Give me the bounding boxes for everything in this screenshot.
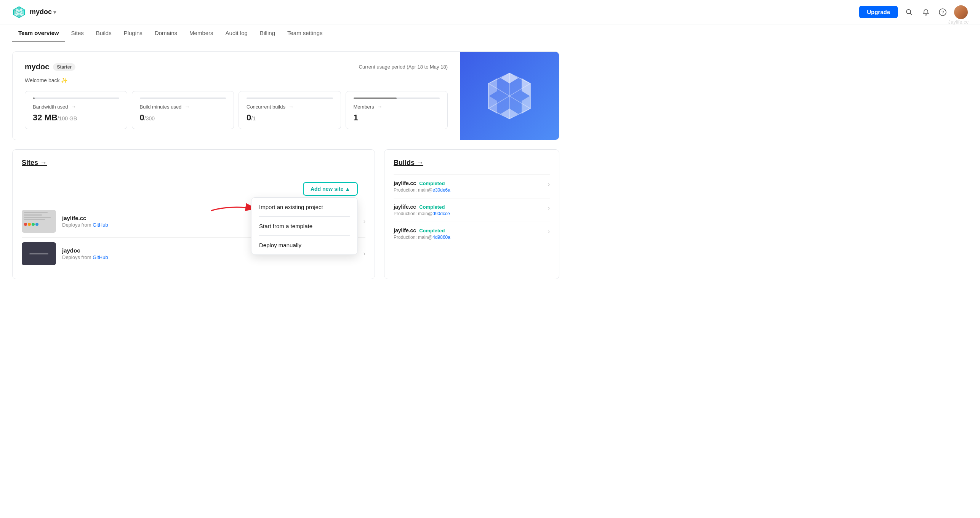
logo-area[interactable]: mydoc ▾ bbox=[12, 5, 56, 19]
build-info-1: jaylife.cc Completed Production: main@e3… bbox=[394, 180, 450, 193]
notification-icon[interactable] bbox=[921, 7, 931, 18]
concurrent-builds-label: Concurrent builds → bbox=[247, 104, 333, 110]
members-bar bbox=[354, 98, 440, 99]
build-item-2[interactable]: jaylife.cc Completed Production: main@d9… bbox=[394, 198, 550, 222]
search-icon[interactable] bbox=[904, 7, 914, 18]
stat-concurrent-builds[interactable]: Concurrent builds → 0/1 bbox=[239, 91, 341, 129]
stat-bandwidth[interactable]: Bandwidth used → 32 MB/100 GB bbox=[25, 91, 127, 129]
team-title-row: mydoc Starter Current usage period (Apr … bbox=[25, 62, 448, 71]
header-actions: Upgrade ? bbox=[859, 5, 968, 19]
bandwidth-arrow-icon: → bbox=[71, 104, 77, 110]
banner-logo bbox=[485, 71, 534, 121]
build-commit-3[interactable]: 4d9860a bbox=[432, 235, 450, 240]
build-status-2: Completed bbox=[419, 204, 445, 210]
members-arrow-icon: → bbox=[377, 104, 383, 110]
build-minutes-bar bbox=[140, 98, 226, 99]
bandwidth-label: Bandwidth used → bbox=[33, 104, 119, 110]
build-site-3: jaylife.cc Completed bbox=[394, 227, 450, 233]
bottom-row: Sites → Add new site ▲ Import an existin… bbox=[12, 149, 559, 279]
builds-section: Builds → jaylife.cc Completed Production… bbox=[384, 149, 559, 279]
brand-name[interactable]: mydoc ▾ bbox=[30, 8, 56, 16]
nav-team-overview[interactable]: Team overview bbox=[12, 24, 65, 42]
build-chevron-1: › bbox=[548, 181, 550, 188]
stat-members[interactable]: Members → 1 bbox=[346, 91, 448, 129]
watermark: Jaylife.cc bbox=[948, 19, 969, 25]
svg-text:?: ? bbox=[942, 10, 944, 15]
svg-line-10 bbox=[910, 13, 912, 15]
build-minutes-arrow-icon: → bbox=[184, 104, 190, 110]
build-minutes-value: 0/300 bbox=[140, 113, 226, 123]
site-name-jaylife: jaylife.cc bbox=[62, 215, 108, 221]
build-site-1: jaylife.cc Completed bbox=[394, 180, 450, 186]
site-thumbnail-jaydoc bbox=[22, 242, 56, 265]
build-commit-2[interactable]: d90dcce bbox=[432, 211, 450, 216]
build-status-3: Completed bbox=[419, 228, 445, 233]
sites-section: Sites → Add new site ▲ Import an existin… bbox=[12, 149, 375, 279]
header: mydoc ▾ Upgrade ? bbox=[0, 0, 980, 24]
site-desc-jaydoc: Deploys from GitHub bbox=[62, 254, 108, 260]
concurrent-builds-arrow-icon: → bbox=[288, 104, 294, 110]
help-icon[interactable]: ? bbox=[937, 7, 948, 18]
build-detail-1: Production: main@e30de6a bbox=[394, 187, 450, 193]
build-item-3[interactable]: jaylife.cc Completed Production: main@4d… bbox=[394, 222, 550, 245]
site-chevron-jaylife: › bbox=[363, 218, 365, 225]
upgrade-button[interactable]: Upgrade bbox=[859, 6, 898, 18]
build-detail-3: Production: main@4d9860a bbox=[394, 235, 450, 240]
concurrent-builds-value: 0/1 bbox=[247, 113, 333, 123]
build-detail-2: Production: main@d90dcce bbox=[394, 211, 450, 216]
welcome-text: Welcome back ✨ bbox=[25, 77, 448, 83]
site-github-link-jaylife[interactable]: GitHub bbox=[93, 222, 108, 228]
site-name-jaydoc: jaydoc bbox=[62, 247, 108, 254]
stats-row: Bandwidth used → 32 MB/100 GB Build minu… bbox=[25, 91, 448, 129]
build-info-3: jaylife.cc Completed Production: main@4d… bbox=[394, 227, 450, 240]
nav-sites[interactable]: Sites bbox=[65, 24, 90, 42]
builds-list: jaylife.cc Completed Production: main@e3… bbox=[394, 174, 550, 245]
build-info-2: jaylife.cc Completed Production: main@d9… bbox=[394, 204, 450, 216]
concurrent-builds-bar bbox=[247, 98, 333, 99]
nav-audit-log[interactable]: Audit log bbox=[219, 24, 254, 42]
team-overview-card: mydoc Starter Current usage period (Apr … bbox=[12, 51, 559, 140]
main-nav: Team overview Sites Builds Plugins Domai… bbox=[0, 24, 980, 42]
build-minutes-label: Build minutes used → bbox=[140, 104, 226, 110]
sites-title[interactable]: Sites → bbox=[22, 159, 365, 167]
nav-team-settings[interactable]: Team settings bbox=[281, 24, 329, 42]
site-github-link-jaydoc[interactable]: GitHub bbox=[93, 254, 108, 260]
build-status-1: Completed bbox=[419, 181, 445, 186]
stat-build-minutes[interactable]: Build minutes used → 0/300 bbox=[132, 91, 234, 129]
site-chevron-jaydoc: › bbox=[363, 250, 365, 257]
main-content: mydoc Starter Current usage period (Apr … bbox=[0, 42, 572, 288]
site-desc-jaylife: Deploys from GitHub bbox=[62, 222, 108, 228]
bandwidth-bar bbox=[33, 98, 119, 99]
dropdown-deploy-manually[interactable]: Deploy manually bbox=[251, 236, 357, 254]
site-thumbnail-jaylife bbox=[22, 210, 56, 233]
build-chevron-2: › bbox=[548, 205, 550, 211]
build-chevron-3: › bbox=[548, 228, 550, 235]
bandwidth-value: 32 MB/100 GB bbox=[33, 113, 119, 123]
logo-icon bbox=[12, 5, 26, 19]
build-commit-1[interactable]: e30de6a bbox=[432, 187, 450, 193]
members-value: 1 bbox=[354, 113, 440, 123]
team-name: mydoc Starter bbox=[25, 62, 75, 71]
members-label: Members → bbox=[354, 104, 440, 110]
avatar[interactable] bbox=[954, 5, 968, 19]
nav-domains[interactable]: Domains bbox=[149, 24, 183, 42]
team-card-content: mydoc Starter Current usage period (Apr … bbox=[13, 52, 460, 140]
nav-members[interactable]: Members bbox=[183, 24, 219, 42]
add-site-button[interactable]: Add new site ▲ bbox=[303, 182, 358, 196]
build-item-1[interactable]: jaylife.cc Completed Production: main@e3… bbox=[394, 174, 550, 198]
site-info-jaylife: jaylife.cc Deploys from GitHub bbox=[62, 215, 108, 228]
team-card-banner bbox=[460, 52, 559, 140]
starter-badge: Starter bbox=[53, 63, 75, 71]
site-info-jaydoc: jaydoc Deploys from GitHub bbox=[62, 247, 108, 260]
nav-builds[interactable]: Builds bbox=[90, 24, 118, 42]
usage-period: Current usage period (Apr 18 to May 18) bbox=[359, 64, 448, 70]
nav-billing[interactable]: Billing bbox=[254, 24, 281, 42]
nav-plugins[interactable]: Plugins bbox=[118, 24, 149, 42]
dropdown-start-template[interactable]: Start from a template bbox=[251, 217, 357, 235]
dropdown-import-project[interactable]: Import an existing project bbox=[251, 198, 357, 216]
build-site-2: jaylife.cc Completed bbox=[394, 204, 450, 210]
builds-title[interactable]: Builds → bbox=[394, 159, 550, 167]
add-site-dropdown: Import an existing project Start from a … bbox=[251, 197, 358, 255]
